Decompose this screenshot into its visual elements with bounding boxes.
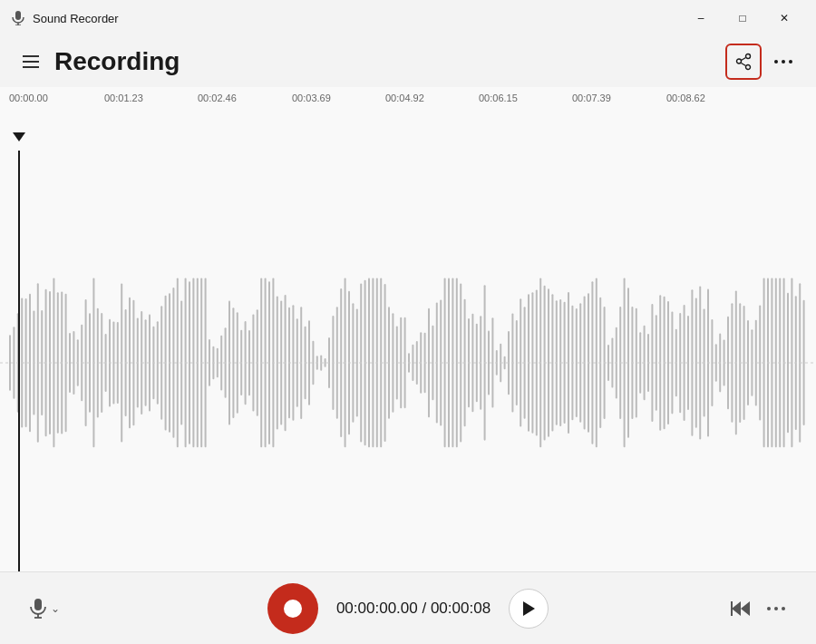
playhead-area <box>0 132 816 151</box>
svg-rect-56 <box>189 281 190 444</box>
svg-rect-210 <box>803 300 805 425</box>
svg-line-6 <box>742 58 746 61</box>
maximize-button[interactable]: □ <box>722 4 763 33</box>
svg-point-219 <box>767 607 771 610</box>
page-title: Recording <box>54 47 725 76</box>
svg-rect-30 <box>85 299 87 426</box>
app-header: Recording <box>0 36 816 87</box>
svg-rect-109 <box>400 317 402 409</box>
mic-icon <box>29 599 47 619</box>
timeline-label-1: 00:01.23 <box>104 93 143 103</box>
svg-rect-15 <box>25 298 27 427</box>
timeline-label-2: 00:02.46 <box>198 93 237 103</box>
svg-rect-203 <box>775 278 777 448</box>
svg-rect-113 <box>416 341 418 385</box>
svg-rect-0 <box>15 11 21 20</box>
menu-button[interactable] <box>15 45 47 78</box>
svg-rect-49 <box>160 306 162 419</box>
svg-rect-41 <box>129 298 131 429</box>
svg-marker-216 <box>732 601 741 616</box>
share-button[interactable] <box>725 44 762 80</box>
svg-rect-139 <box>520 298 521 426</box>
app-icon <box>11 11 25 25</box>
share-icon <box>734 53 753 71</box>
close-button[interactable]: ✕ <box>763 4 805 33</box>
more-options-icon <box>774 60 792 63</box>
svg-rect-199 <box>759 305 761 420</box>
svg-rect-191 <box>727 317 729 410</box>
timeline-label-6: 00:07.39 <box>572 93 611 103</box>
svg-rect-60 <box>205 278 207 448</box>
svg-rect-124 <box>460 284 461 443</box>
svg-rect-86 <box>308 320 310 405</box>
svg-rect-173 <box>656 315 657 410</box>
waveform-canvas-wrap <box>0 151 816 571</box>
svg-rect-135 <box>504 356 506 370</box>
timeline-label-4: 00:04.92 <box>385 93 424 103</box>
svg-rect-45 <box>145 319 147 405</box>
svg-rect-143 <box>536 289 538 435</box>
toolbar-right <box>601 590 794 627</box>
skip-back-button[interactable] <box>722 590 758 627</box>
svg-rect-26 <box>69 333 71 393</box>
more-toolbar-icon <box>767 607 785 610</box>
svg-rect-169 <box>639 332 641 393</box>
hamburger-icon <box>23 55 39 68</box>
svg-rect-105 <box>384 284 386 442</box>
skip-back-icon <box>730 600 750 618</box>
waveform-area: 00:00.00 00:01.23 00:02.46 00:03.69 00:0… <box>0 87 816 571</box>
svg-rect-68 <box>237 312 238 414</box>
svg-rect-53 <box>177 278 179 448</box>
svg-rect-131 <box>488 330 490 395</box>
svg-rect-206 <box>787 293 789 433</box>
svg-rect-19 <box>41 310 43 415</box>
title-bar: Sound Recorder – □ ✕ <box>0 0 816 36</box>
play-button[interactable] <box>509 589 549 629</box>
header-actions <box>725 44 801 80</box>
toolbar-left: ⌄ <box>22 591 215 626</box>
svg-rect-34 <box>101 313 102 413</box>
svg-rect-90 <box>325 358 326 367</box>
more-options-button[interactable] <box>765 44 801 80</box>
svg-point-10 <box>789 60 792 63</box>
svg-point-9 <box>782 60 785 63</box>
svg-rect-71 <box>248 330 250 395</box>
svg-point-221 <box>782 607 785 610</box>
svg-rect-176 <box>667 301 669 424</box>
toolbar-center: 00:00:00.00 / 00:00:08 <box>215 583 601 634</box>
svg-rect-150 <box>564 302 566 424</box>
svg-rect-154 <box>579 303 581 422</box>
timeline-ruler: 00:00.00 00:01.23 00:02.46 00:03.69 00:0… <box>0 87 816 132</box>
svg-marker-217 <box>741 601 750 616</box>
waveform-svg <box>0 151 816 571</box>
svg-rect-195 <box>743 306 745 420</box>
svg-marker-215 <box>523 601 535 616</box>
svg-rect-11 <box>9 335 11 390</box>
current-time: 00:00:00.00 <box>336 600 418 617</box>
mic-button[interactable]: ⌄ <box>22 591 67 626</box>
total-time: 00:00:08 <box>431 600 491 617</box>
svg-rect-94 <box>340 288 342 437</box>
svg-rect-212 <box>34 599 42 610</box>
svg-rect-188 <box>715 344 717 381</box>
time-separator: / <box>422 600 430 617</box>
play-icon <box>521 600 536 617</box>
svg-rect-64 <box>220 336 222 391</box>
svg-rect-146 <box>548 288 549 436</box>
title-bar-controls: – □ ✕ <box>680 4 805 33</box>
svg-point-220 <box>774 607 778 610</box>
playhead-triangle <box>13 132 25 141</box>
timeline-label-0: 00:00.00 <box>9 93 48 103</box>
current-time-display: 00:00:00.00 / 00:00:08 <box>336 600 491 618</box>
svg-rect-158 <box>596 278 597 448</box>
record-stop-icon <box>284 600 302 618</box>
svg-rect-161 <box>607 345 609 381</box>
svg-rect-75 <box>265 278 267 448</box>
svg-rect-23 <box>57 292 59 433</box>
minimize-button[interactable]: – <box>680 4 722 33</box>
svg-line-7 <box>742 63 746 66</box>
svg-point-8 <box>774 60 778 63</box>
more-toolbar-button[interactable] <box>758 590 794 627</box>
record-stop-button[interactable] <box>267 583 318 634</box>
svg-rect-184 <box>699 286 701 439</box>
